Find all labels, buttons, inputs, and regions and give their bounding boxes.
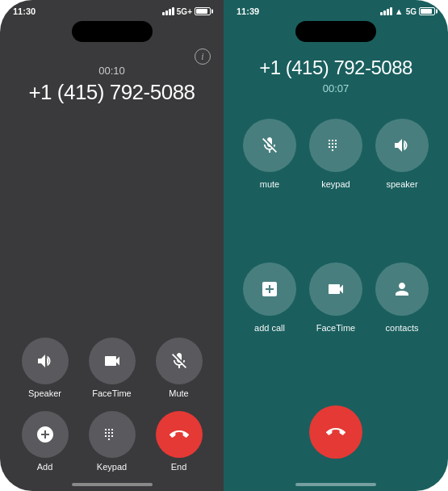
battery-left xyxy=(195,7,211,15)
end-button-right[interactable] xyxy=(309,405,362,459)
network-right: 5G xyxy=(406,7,417,16)
mute-circle-right[interactable] xyxy=(243,119,296,172)
call-number-left: +1 (415) 792-5088 xyxy=(28,80,195,105)
home-indicator-left xyxy=(72,483,153,486)
end-call-area-right xyxy=(224,389,448,483)
speaker-label-right: speaker xyxy=(386,179,417,189)
speaker-label-left: Speaker xyxy=(28,388,61,398)
dynamic-island-left xyxy=(72,21,153,42)
add-label-left: Add xyxy=(37,462,53,472)
call-buttons-right: mute keypad speaker xyxy=(224,94,448,389)
keypad-icon-right xyxy=(326,136,345,155)
keypad-label-left: Keypad xyxy=(97,462,127,472)
end-icon-right xyxy=(326,422,345,442)
add-call-circle-right[interactable] xyxy=(243,262,296,316)
keypad-label-right: keypad xyxy=(321,179,350,189)
end-label-left: End xyxy=(171,462,187,472)
facetime-button-left[interactable]: FaceTime xyxy=(83,338,140,398)
status-icons-left: 5G+ xyxy=(162,7,211,16)
end-icon-left xyxy=(170,425,189,444)
speaker-circle-left[interactable] xyxy=(22,338,69,384)
home-indicator-right xyxy=(295,483,376,486)
facetime-circle-right[interactable] xyxy=(309,262,362,316)
network-left: 5G+ xyxy=(177,7,192,16)
speaker-button-left[interactable]: Speaker xyxy=(16,338,73,398)
call-buttons-left: Speaker FaceTime Mute xyxy=(0,338,224,472)
call-number-right: +1 (415) 792-5088 xyxy=(259,57,412,79)
status-bar-left: 11:30 5G+ xyxy=(0,0,224,19)
signal-icon-left xyxy=(162,7,174,15)
keypad-circle-left[interactable] xyxy=(89,411,136,458)
contacts-icon-right xyxy=(392,279,412,299)
end-button-left[interactable]: End xyxy=(150,411,207,472)
mute-label-right: mute xyxy=(260,179,279,189)
mute-icon-right xyxy=(260,136,279,155)
add-call-label-right: add call xyxy=(254,323,285,333)
facetime-label-left: FaceTime xyxy=(92,388,132,398)
facetime-label-right: FaceTime xyxy=(316,323,356,333)
add-circle-left[interactable] xyxy=(22,411,69,458)
add-button-left[interactable]: Add xyxy=(16,411,73,472)
add-icon-left xyxy=(36,425,55,444)
time-left: 11:30 xyxy=(13,6,36,16)
keypad-circle-right[interactable] xyxy=(309,119,362,172)
battery-right xyxy=(419,7,435,15)
dynamic-island-right xyxy=(295,21,376,42)
speaker-circle-right[interactable] xyxy=(375,119,429,172)
info-icon-left[interactable]: i xyxy=(195,48,211,65)
mute-circle-left[interactable] xyxy=(156,338,203,384)
phone-left: 11:30 5G+ i 00:10 +1 (415) 792-5088 xyxy=(0,0,224,491)
facetime-icon-left xyxy=(103,351,122,371)
call-timer-left: 00:10 xyxy=(98,65,125,77)
speaker-icon-right xyxy=(392,136,412,155)
contacts-circle-right[interactable] xyxy=(375,262,429,316)
call-timer-right: 00:07 xyxy=(323,82,350,94)
call-info-left: 00:10 +1 (415) 792-5088 xyxy=(0,65,224,338)
status-icons-right: ▲ 5G xyxy=(380,6,435,16)
contacts-button-right[interactable]: contacts xyxy=(372,262,432,390)
keypad-button-right[interactable]: keypad xyxy=(306,119,366,246)
facetime-icon-right xyxy=(326,279,345,299)
facetime-circle-left[interactable] xyxy=(89,338,136,384)
wifi-icon-right: ▲ xyxy=(395,6,404,16)
keypad-icon-left xyxy=(103,425,122,444)
contacts-label-right: contacts xyxy=(386,323,419,333)
mute-icon-left xyxy=(170,351,189,371)
mute-label-left: Mute xyxy=(169,388,188,398)
mute-button-left[interactable]: Mute xyxy=(150,338,207,398)
call-info-right: +1 (415) 792-5088 00:07 xyxy=(224,57,448,94)
phone-right: 11:39 ▲ 5G +1 (415) 792-5088 00:07 xyxy=(224,0,448,491)
speaker-icon-left xyxy=(36,351,55,371)
end-circle-left[interactable] xyxy=(156,411,203,458)
add-call-button-right[interactable]: add call xyxy=(240,262,299,390)
speaker-button-right[interactable]: speaker xyxy=(372,119,432,246)
time-right: 11:39 xyxy=(237,6,259,16)
add-call-icon-right xyxy=(260,279,279,299)
mute-button-right[interactable]: mute xyxy=(240,119,299,246)
status-bar-right: 11:39 ▲ 5G xyxy=(224,0,448,19)
signal-icon-right xyxy=(380,7,392,15)
keypad-button-left[interactable]: Keypad xyxy=(83,411,140,472)
facetime-button-right[interactable]: FaceTime xyxy=(306,262,366,390)
